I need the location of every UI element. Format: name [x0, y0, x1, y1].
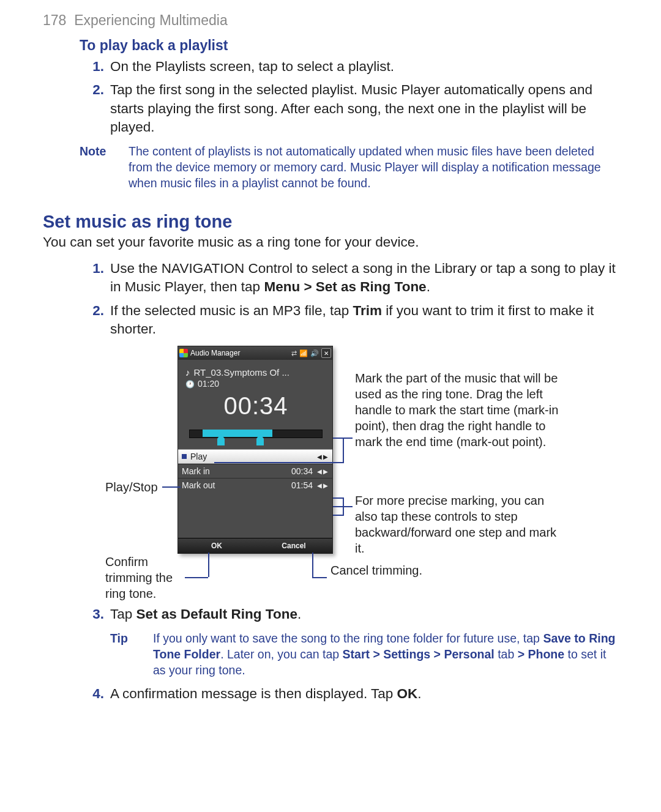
phone-frame: Audio Manager ⇄ 📶 🔊 ✕ RT_03.Symptoms Of … [177, 346, 333, 554]
step-number: 4. [80, 685, 110, 703]
step-number: 1. [80, 58, 110, 76]
playlist-steps: 1. On the Playlists screen, tap to selec… [80, 58, 618, 137]
app-title: Audio Manager [190, 349, 240, 357]
ringtone-steps: 1. Use the NAVIGATION Control to select … [80, 259, 618, 339]
trim-track[interactable] [189, 425, 323, 444]
step-text: A confirmation message is then displayed… [110, 685, 618, 703]
music-note-icon [185, 367, 190, 378]
signal-icon: 📶 [299, 349, 308, 357]
list-item: 1. Use the NAVIGATION Control to select … [80, 259, 618, 297]
selection-marker-icon [182, 454, 187, 459]
mark-in-label: Mark in [182, 466, 285, 476]
callout-confirm: Confirm trimming the ring tone. [105, 554, 191, 602]
page-number: 178 [43, 12, 66, 28]
mark-out-label: Mark out [182, 480, 285, 490]
note-text: The content of playlists is not automati… [129, 143, 618, 192]
step-text: Use the NAVIGATION Control to select a s… [110, 259, 618, 297]
ringtone-heading: Set music as ring tone [43, 212, 618, 232]
track-duration: 01:20 [198, 379, 219, 389]
step-text: On the Playlists screen, tap to select a… [110, 58, 618, 76]
start-icon[interactable] [179, 349, 188, 357]
step-number: 1. [80, 259, 110, 297]
mark-out-row[interactable]: Mark out 01:54 ◀▶ [178, 478, 332, 492]
track-area: RT_03.Symptoms Of ... 01:20 00:34 [178, 360, 332, 449]
ringtone-intro: You can set your favorite music as a rin… [43, 233, 618, 251]
step-text: Tap the first song in the selected playl… [110, 81, 618, 136]
mark-in-row[interactable]: Mark in 00:34 ◀▶ [178, 464, 332, 478]
step-number: 3. [80, 605, 110, 624]
chapter-title: Experiencing Multimedia [74, 12, 228, 28]
step-text: Tap Set as Default Ring Tone. [110, 605, 618, 624]
step-number: 2. [80, 302, 110, 339]
list-item: 2. Tap the first song in the selected pl… [80, 81, 618, 136]
mark-out-time: 01:54 [285, 480, 313, 490]
tip-text: If you only want to save the song to the… [153, 630, 618, 679]
callout-playstop: Play/Stop [105, 479, 158, 495]
mark-in-time: 00:34 [285, 466, 313, 476]
tip-label: Tip [110, 630, 153, 679]
callout-precise: For more precise marking, you can also t… [355, 493, 563, 556]
ok-button[interactable]: OK [178, 538, 255, 553]
clock-icon [185, 379, 195, 389]
phone-illustration: Audio Manager ⇄ 📶 🔊 ✕ RT_03.Symptoms Of … [43, 346, 618, 597]
cancel-button[interactable]: Cancel [255, 538, 332, 553]
page: 178 Experiencing Multimedia To play back… [0, 0, 661, 732]
step-controls[interactable]: ◀▶ [316, 481, 329, 490]
list-item: 3. Tap Set as Default Ring Tone. [80, 605, 618, 624]
trim-list: Play ◀▶ Mark in 00:34 ◀▶ Mark out 01:54 … [178, 449, 332, 492]
ringtone-steps-cont: 3. Tap Set as Default Ring Tone. [80, 605, 618, 624]
step-controls[interactable]: ◀▶ [316, 452, 329, 461]
title-bar: Audio Manager ⇄ 📶 🔊 ✕ [178, 346, 332, 360]
volume-icon[interactable]: 🔊 [310, 349, 319, 357]
list-item: 2. If the selected music is an MP3 file,… [80, 302, 618, 339]
step-number: 2. [80, 81, 110, 136]
note-label: Note [80, 143, 129, 192]
step-controls[interactable]: ◀▶ [316, 467, 329, 475]
note: Note The content of playlists is not aut… [80, 143, 618, 192]
trim-selection [203, 430, 272, 437]
step-text: If the selected music is an MP3 file, ta… [110, 302, 618, 339]
play-label: Play [190, 452, 285, 461]
callout-mark: Mark the part of the music that will be … [355, 370, 569, 450]
list-item: 4. A confirmation message is then displa… [80, 685, 618, 703]
ringtone-steps-cont2: 4. A confirmation message is then displa… [80, 685, 618, 703]
page-header: 178 Experiencing Multimedia [43, 12, 618, 29]
sync-icon: ⇄ [291, 349, 297, 357]
tip: Tip If you only want to save the song to… [110, 630, 618, 679]
track-name: RT_03.Symptoms Of ... [194, 367, 289, 378]
list-item: 1. On the Playlists screen, tap to selec… [80, 58, 618, 76]
soft-key-bar: OK Cancel [178, 538, 332, 553]
playlist-heading: To play back a playlist [80, 37, 618, 54]
close-icon[interactable]: ✕ [321, 348, 331, 358]
current-time: 00:34 [185, 392, 326, 420]
callout-cancel: Cancel trimming. [330, 562, 428, 578]
